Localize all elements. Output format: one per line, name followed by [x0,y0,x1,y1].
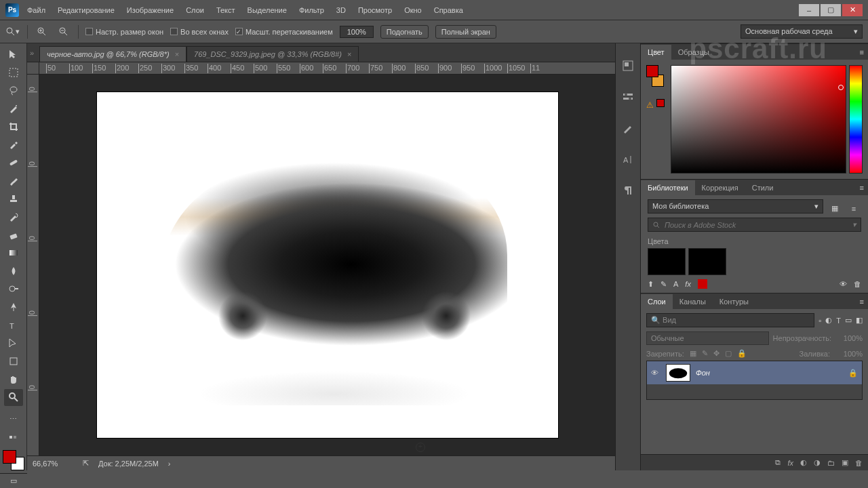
tool-preset-button[interactable]: ▾ [5,24,20,39]
close-tab-icon[interactable]: × [175,50,179,58]
brush-tool[interactable] [4,172,23,189]
dock-character-icon[interactable]: A [620,152,635,167]
opacity-value[interactable]: 100% [835,334,863,342]
workspace-dropdown[interactable]: Основная рабочая среда▾ [741,24,863,39]
menu-фильтр[interactable]: Фильтр [298,3,326,17]
zoom-value-button[interactable]: 100% [340,26,374,38]
channels-tab[interactable]: Каналы [673,294,713,309]
adjustments-tab[interactable]: Коррекция [695,180,745,195]
history-brush-tool[interactable] [4,209,23,226]
window-minimize-button[interactable]: – [799,4,819,16]
resize-windows-checkbox[interactable]: Настр. размер окон [85,28,163,36]
toolbar-more-button[interactable]: ⋯ [4,411,23,428]
layers-tab[interactable]: Слои [641,294,673,309]
window-close-button[interactable]: ✕ [842,4,863,16]
document-tab[interactable]: черное-авто.jpg @ 66,7% (RGB/8*)× [39,46,186,62]
fit-screen-button[interactable]: Подогнать [380,25,429,39]
lock-pos-icon[interactable]: ✥ [713,349,719,358]
zoom-tool[interactable] [4,389,23,406]
lib-add-style-icon[interactable]: fx [685,280,691,288]
hue-slider[interactable] [849,65,863,174]
adjustment-layer-icon[interactable]: ◑ [814,458,821,467]
window-maximize-button[interactable]: ▢ [821,4,841,16]
libraries-panel-menu-icon[interactable]: ≡ [856,184,868,192]
crop-tool[interactable] [4,119,23,136]
all-windows-checkbox[interactable]: Во всех окнах [170,28,229,36]
saturation-value-picker[interactable] [671,65,846,174]
menu-просмотр[interactable]: Просмотр [357,3,393,17]
status-zoom[interactable]: 66,67% [33,460,73,468]
scrubby-zoom-checkbox[interactable]: ✓Масшт. перетаскиванием [235,28,333,36]
blur-tool[interactable] [4,263,23,280]
lasso-tool[interactable] [4,82,23,99]
lock-artb-icon[interactable]: ▢ [725,349,732,358]
dock-paragraph-icon[interactable] [620,183,635,198]
lock-paint-icon[interactable]: ✎ [702,349,708,358]
type-tool[interactable]: T [4,317,23,333]
gamut-color-swatch[interactable] [656,99,665,107]
move-tool[interactable] [4,46,23,63]
gamut-warning-icon[interactable]: ⚠ [646,100,654,110]
new-layer-icon[interactable]: ▣ [842,458,848,467]
color-chips[interactable] [3,450,24,470]
lib-cloud-icon[interactable]: 👁 [840,280,847,288]
dock-properties-icon[interactable] [620,89,635,104]
blend-mode-dropdown[interactable]: Обычные [646,331,769,345]
lib-add-graphic-icon[interactable]: ⬆ [648,280,654,289]
hand-tool[interactable] [4,371,23,388]
paths-tab[interactable]: Контуры [713,294,755,309]
screen-mode-button[interactable]: ▭ [10,476,17,485]
layers-panel-menu-icon[interactable]: ≡ [856,298,868,306]
visibility-toggle-icon[interactable]: 👁 [651,369,660,377]
color-panel-menu-icon[interactable]: ≡ [856,48,868,56]
swatches-tab[interactable]: Образцы [671,45,716,60]
foreground-swatch[interactable] [646,65,658,77]
menu-текст[interactable]: Текст [215,3,237,17]
full-screen-button[interactable]: Полный экран [435,25,496,39]
layer-filter-dropdown[interactable]: 🔍 Вид [646,313,814,327]
library-dropdown[interactable]: Моя библиотека▾ [648,199,823,214]
layer-item[interactable]: 👁 Фон 🔒 [647,361,862,384]
menu-изображение[interactable]: Изображение [125,3,175,17]
eyedropper-tool[interactable] [4,136,23,153]
zoom-out-icon[interactable] [56,24,71,39]
library-grid-view-icon[interactable]: ▦ [827,201,842,216]
lib-add-brush-icon[interactable]: ✎ [660,280,667,289]
delete-layer-icon[interactable]: 🗑 [855,459,863,467]
gradient-tool[interactable] [4,245,23,262]
lib-add-color-icon[interactable] [698,279,707,289]
color-tab[interactable]: Цвет [641,45,671,60]
filter-smart-icon[interactable]: ◧ [856,316,863,325]
edit-toolbar-button[interactable] [4,429,23,446]
layer-name-label[interactable]: Фон [696,369,843,377]
eraser-tool[interactable] [4,226,23,243]
link-layers-icon[interactable]: ⧉ [775,458,781,467]
library-list-view-icon[interactable]: ≡ [846,201,861,216]
menu-справка[interactable]: Справка [433,3,465,17]
fill-value[interactable]: 100% [835,350,863,358]
filter-pixel-icon[interactable]: ▫ [818,317,821,325]
pen-tool[interactable] [4,299,23,316]
layer-fx-icon[interactable]: fx [787,459,793,467]
layer-group-icon[interactable]: 🗀 [827,459,835,467]
layer-lock-icon[interactable]: 🔒 [848,369,858,378]
menu-редактирование[interactable]: Редактирование [56,3,116,17]
menu-слои[interactable]: Слои [184,3,205,17]
libraries-tab[interactable]: Библиотеки [641,180,695,195]
close-tab-icon[interactable]: × [347,50,351,58]
dock-brush-icon[interactable] [620,121,635,136]
menu-выделение[interactable]: Выделение [246,3,288,17]
collapse-docs-icon[interactable]: » [30,49,39,57]
status-doc-info[interactable]: Док: 2,25M/2,25M [98,460,159,468]
stamp-tool[interactable] [4,190,23,207]
dock-history-icon[interactable] [620,58,635,73]
styles-tab[interactable]: Стили [745,180,781,195]
canvas[interactable] [39,75,615,455]
heal-tool[interactable] [4,155,23,171]
lib-trash-icon[interactable]: 🗑 [854,280,861,288]
menu-3d[interactable]: 3D [335,3,347,17]
filter-shape-icon[interactable]: ▭ [845,316,852,325]
lib-add-char-icon[interactable]: A [673,280,678,288]
menu-файл[interactable]: Файл [26,3,47,17]
layer-mask-icon[interactable]: ◐ [800,458,807,467]
